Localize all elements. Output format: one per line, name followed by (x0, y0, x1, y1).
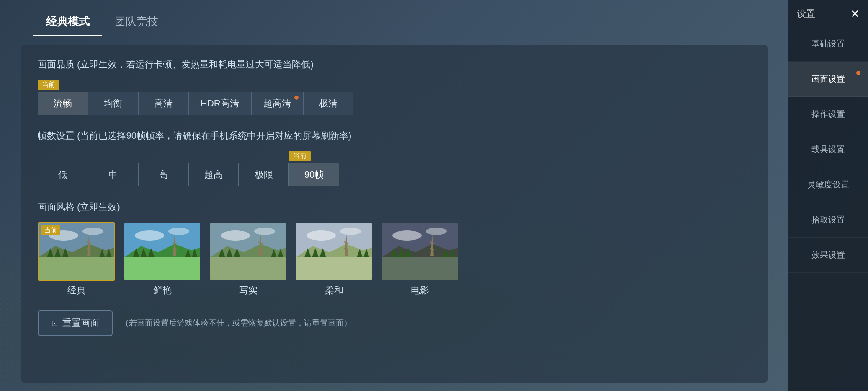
fps-btn-high[interactable]: 高 (138, 163, 188, 186)
sidebar-item-sensitivity[interactable]: 灵敏度设置 (788, 167, 868, 202)
style-section: 画面风格 (立即生效) 当前经典鲜艳写实柔和电影 (38, 200, 751, 297)
svg-rect-29 (210, 257, 287, 281)
quality-option-ultra: 超高清 (251, 80, 303, 115)
main-panel: 经典模式团队竞技 画面品质 (立即生效，若运行卡顿、发热量和耗电量过大可适当降低… (0, 0, 788, 391)
sidebar-item-basic[interactable]: 基础设置 (788, 26, 868, 62)
style-item-vivid[interactable]: 鲜艳 (124, 222, 201, 297)
svg-point-28 (254, 228, 275, 235)
svg-point-15 (168, 228, 189, 235)
quality-section: 画面品质 (立即生效，若运行卡顿、发热量和耗电量过大可适当降低) 当前流畅均衡高… (38, 57, 751, 115)
fps-section: 帧数设置 (当前已选择90帧帧率，请确保在手机系统中开启对应的屏幕刷新率) 低中… (38, 129, 751, 186)
sidebar-item-operation[interactable]: 操作设置 (788, 97, 868, 132)
quality-option-smooth: 当前流畅 (38, 80, 88, 115)
fps-btn-extreme[interactable]: 极限 (239, 163, 289, 186)
style-options: 当前经典鲜艳写实柔和电影 (38, 222, 751, 297)
style-thumb-cinema (381, 222, 458, 281)
fps-btn-fps90[interactable]: 90帧 (289, 163, 339, 186)
reset-button[interactable]: ⊡ 重置画面 (38, 310, 113, 336)
svg-rect-55 (382, 257, 458, 281)
svg-point-40 (307, 230, 336, 241)
style-current-badge: 当前 (41, 225, 60, 235)
tabs: 经典模式团队竞技 (33, 8, 171, 36)
sidebar-title: 设置 (797, 8, 815, 20)
quality-btn-ultra[interactable]: 超高清 (251, 92, 303, 115)
quality-dot (294, 96, 299, 100)
sidebar-item-vehicle[interactable]: 载具设置 (788, 132, 868, 167)
quality-btn-hdr[interactable]: HDR高清 (188, 92, 251, 115)
style-label-vivid: 鲜艳 (153, 284, 172, 297)
style-thumb-classic: 当前 (38, 222, 115, 281)
fps-options: 低中高超高极限当前90帧 (38, 151, 751, 186)
reset-button-label: 重置画面 (62, 317, 99, 329)
quality-btn-extreme[interactable]: 极清 (303, 92, 353, 115)
svg-point-41 (340, 228, 361, 235)
tab-bar: 经典模式团队竞技 (0, 0, 788, 36)
sidebar-header: 设置 ✕ (788, 0, 868, 26)
reset-icon: ⊡ (51, 318, 58, 328)
svg-point-53 (392, 230, 422, 241)
style-thumb-real (209, 222, 287, 281)
svg-rect-42 (296, 257, 373, 281)
fps-option-mid: 中 (88, 151, 138, 186)
sidebar-item-effect[interactable]: 效果设置 (788, 238, 868, 273)
svg-point-27 (221, 230, 250, 241)
notification-dot (856, 71, 860, 75)
fps-option-low: 低 (38, 151, 88, 186)
svg-point-14 (135, 230, 164, 241)
sidebar-nav: 基础设置画面设置操作设置载具设置灵敏度设置拾取设置效果设置 (788, 26, 868, 273)
fps-option-high: 高 (138, 151, 188, 186)
content-panel: 画面品质 (立即生效，若运行卡顿、发热量和耗电量过大可适当降低) 当前流畅均衡高… (21, 45, 768, 383)
svg-point-54 (426, 228, 447, 235)
style-title: 画面风格 (立即生效) (38, 200, 751, 214)
quality-option-hd: 高清 (138, 80, 188, 115)
sidebar-item-pickup[interactable]: 拾取设置 (788, 202, 868, 238)
tab-classic[interactable]: 经典模式 (33, 8, 102, 36)
current-badge: 当前 (38, 80, 59, 90)
quality-btn-smooth[interactable]: 流畅 (38, 92, 88, 115)
sidebar: 设置 ✕ 基础设置画面设置操作设置载具设置灵敏度设置拾取设置效果设置 (788, 0, 868, 391)
style-landscape-svg (124, 223, 201, 281)
svg-rect-16 (124, 257, 201, 281)
quality-options: 当前流畅均衡高清HDR高清超高清极清 (38, 80, 751, 115)
style-thumb-vivid (124, 222, 201, 281)
style-label-real: 写实 (239, 284, 258, 297)
style-item-cinema[interactable]: 电影 (381, 222, 458, 297)
quality-title: 画面品质 (立即生效，若运行卡顿、发热量和耗电量过大可适当降低) (38, 57, 751, 71)
style-landscape-svg (296, 223, 373, 281)
sidebar-item-display[interactable]: 画面设置 (788, 62, 868, 97)
svg-point-2 (82, 228, 103, 235)
style-thumb-soft (295, 222, 373, 281)
fps-btn-ultra[interactable]: 超高 (188, 163, 239, 186)
style-landscape-svg (210, 223, 287, 281)
reset-hint: （若画面设置后游戏体验不佳，或需恢复默认设置，请重置画面） (121, 318, 352, 329)
style-label-classic: 经典 (67, 284, 86, 297)
fps-btn-low[interactable]: 低 (38, 163, 88, 186)
style-item-real[interactable]: 写实 (209, 222, 287, 297)
fps-option-fps90: 当前90帧 (289, 151, 339, 186)
style-item-classic[interactable]: 当前经典 (38, 222, 115, 297)
style-landscape-svg (382, 223, 458, 281)
tab-team[interactable]: 团队竞技 (102, 8, 171, 36)
svg-rect-3 (39, 257, 115, 281)
fps-title: 帧数设置 (当前已选择90帧帧率，请确保在手机系统中开启对应的屏幕刷新率) (38, 129, 751, 142)
fps-current-badge: 当前 (289, 151, 311, 161)
fps-option-extreme: 极限 (239, 151, 289, 186)
quality-option-hdr: HDR高清 (188, 80, 251, 115)
close-button[interactable]: ✕ (850, 8, 860, 19)
fps-option-ultra: 超高 (188, 151, 239, 186)
fps-btn-mid[interactable]: 中 (88, 163, 138, 186)
style-label-soft: 柔和 (325, 284, 343, 297)
style-label-cinema: 电影 (411, 284, 429, 297)
quality-option-balance: 均衡 (88, 80, 138, 115)
quality-option-extreme: 极清 (303, 80, 353, 115)
style-item-soft[interactable]: 柔和 (295, 222, 373, 297)
quality-btn-balance[interactable]: 均衡 (88, 92, 138, 115)
quality-btn-hd[interactable]: 高清 (138, 92, 188, 115)
reset-row: ⊡ 重置画面 （若画面设置后游戏体验不佳，或需恢复默认设置，请重置画面） (38, 310, 751, 336)
